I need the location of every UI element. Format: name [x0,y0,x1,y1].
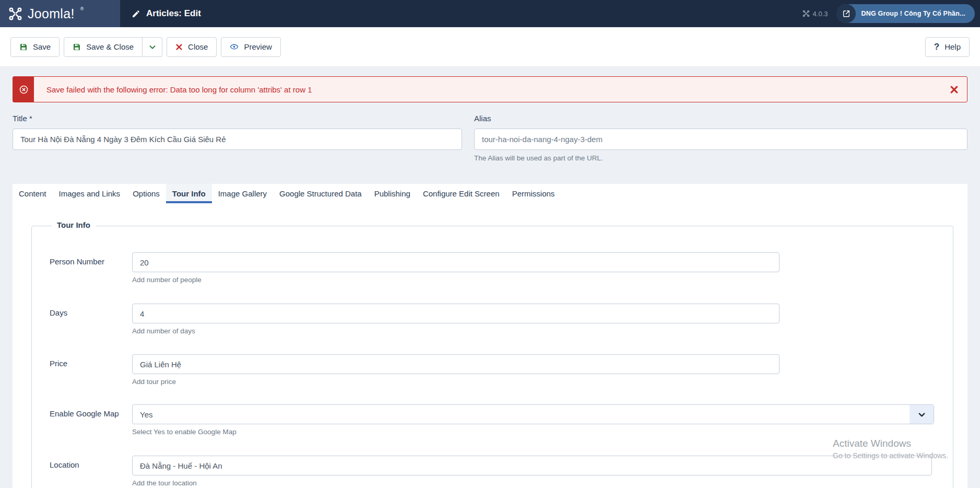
save-button[interactable]: Save [10,37,60,57]
field-help: Add the tour location [132,479,197,487]
brand-wordmark: Joomla! [28,6,75,21]
page-title: Articles: Edit [146,8,201,19]
preview-label: Preview [244,42,271,51]
close-label: Close [188,42,208,51]
field-help: Add number of days [132,327,195,335]
joomla-version-icon [802,10,810,17]
save-label: Save [33,42,51,51]
field-row-days: DaysAdd number of days [32,304,953,341]
tab-label: Options [133,189,160,198]
save-close-group: Save & Close [64,37,162,57]
input-price[interactable] [132,354,780,374]
chevron-down-icon [910,405,934,424]
alias-help-text: The Alias will be used as part of the UR… [474,154,603,162]
tab-label: Tour Info [172,189,206,198]
tab-label: Configure Edit Screen [423,189,500,198]
save-icon [19,43,28,51]
tab-label: Publishing [374,189,410,198]
tab-image-gallery[interactable]: Image Gallery [212,184,273,203]
tab-label: Permissions [512,189,555,198]
close-button[interactable]: Close [167,37,217,57]
eye-icon [230,42,239,51]
help-button[interactable]: ? Help [925,37,970,57]
tab-permissions[interactable]: Permissions [506,184,561,203]
alert-message: Save failed with the following error: Da… [46,77,312,102]
alert-close-button[interactable] [950,77,959,102]
tour-info-fieldset: Tour Info Person NumberAdd number of peo… [31,226,953,488]
top-header-bar: Joomla! ® Articles: Edit 4.0.3 [0,0,980,27]
help-label: Help [944,42,961,51]
edit-form-card: ContentImages and LinksOptionsTour InfoI… [13,184,967,488]
tab-label: Image Gallery [218,189,267,198]
question-mark-icon: ? [934,42,939,52]
site-link-label: DNG Group ! Công Ty Cổ Phần... [861,10,965,17]
version-label: 4.0.3 [813,10,828,18]
field-row-enable-google-map: Enable Google MapYesSelect Yes to enable… [32,404,953,442]
toolbar: Save Save & Close Close Preview ? Help [0,27,980,67]
tab-configure-edit-screen[interactable]: Configure Edit Screen [417,184,506,203]
preview-button[interactable]: Preview [221,37,280,57]
tab-bar: ContentImages and LinksOptionsTour InfoI… [13,184,967,203]
tab-publishing[interactable]: Publishing [368,184,417,203]
select-value: Yes [140,410,152,419]
joomla-logo-icon [8,7,22,21]
tab-google-structured-data[interactable]: Google Structured Data [273,184,368,203]
alias-input[interactable] [474,129,967,150]
save-group: Save [10,37,60,57]
brand-block[interactable]: Joomla! ® [0,0,120,27]
external-link-icon [837,4,856,23]
save-icon [73,43,81,51]
input-days[interactable] [132,304,780,323]
input-person-number[interactable] [132,252,780,272]
tour-info-legend: Tour Info [52,220,96,229]
alert-icon-block [13,77,34,102]
pencil-icon [132,9,140,18]
site-preview-button[interactable]: DNG Group ! Công Ty Cổ Phần... [837,4,975,23]
input-location[interactable] [132,456,932,475]
select-enable-google-map[interactable]: Yes [132,404,934,424]
field-row-person-number: Person NumberAdd number of people [32,252,953,290]
chevron-down-icon [149,43,156,51]
field-help: Add number of people [132,276,202,284]
tab-label: Images and Links [59,189,121,198]
required-asterisk: * [29,114,32,123]
save-and-close-button[interactable]: Save & Close [64,37,143,57]
title-label: Title * [13,114,32,123]
field-help: Select Yes to enable Google Map [132,428,237,436]
field-row-location: LocationAdd the tour location [32,456,953,488]
header-right: 4.0.3 DNG Group ! Công Ty Cổ Phần... [802,0,975,27]
tab-label: Google Structured Data [279,189,362,198]
field-help: Add tour price [132,378,176,386]
title-label-text: Title [13,114,27,123]
alias-label: Alias [474,114,491,123]
title-input[interactable] [13,129,462,150]
field-row-price: PriceAdd tour price [32,354,953,392]
error-circle-x-icon [19,85,29,95]
error-alert: Save failed with the following error: Da… [13,76,967,102]
close-x-icon [175,43,183,51]
tab-options[interactable]: Options [126,184,166,203]
version-wrap: 4.0.3 [802,10,828,18]
brand-registered-mark: ® [80,6,84,11]
save-and-close-label: Save & Close [86,42,134,51]
page-title-wrap: Articles: Edit [132,0,201,27]
save-dropdown-toggle[interactable] [143,37,162,57]
tab-images-and-links[interactable]: Images and Links [53,184,127,203]
tab-label: Content [19,189,46,198]
tab-content[interactable]: Content [13,184,53,203]
tab-tour-info[interactable]: Tour Info [166,184,212,203]
